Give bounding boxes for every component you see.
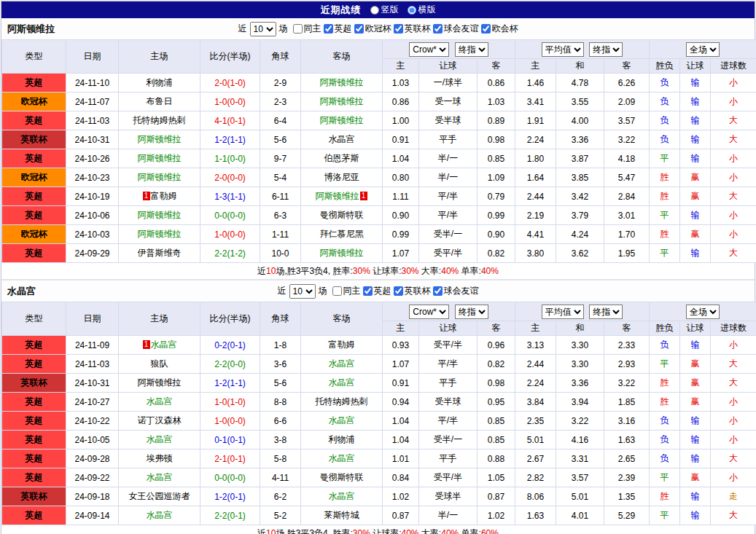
- away-team-cell: 曼彻斯特联: [301, 206, 383, 225]
- score-cell: 0-0(0-0): [200, 468, 260, 487]
- league-filter[interactable]: 球会友谊: [433, 23, 479, 35]
- avg-away-cell: 6.26: [604, 74, 650, 93]
- avg-home-cell: 2.67: [515, 449, 556, 468]
- corners-cell: 5-6: [260, 374, 301, 393]
- layout-option-horizontal[interactable]: 横版: [408, 4, 436, 16]
- average-select[interactable]: 平均值: [542, 42, 584, 57]
- horizontal-radio[interactable]: [408, 6, 416, 15]
- team-name: 阿斯顿维拉: [138, 134, 182, 144]
- odds-away-cell: 0.85: [478, 412, 515, 431]
- team-name-title: 水晶宫: [7, 280, 36, 302]
- result-wdl-cell: 平: [650, 506, 680, 525]
- league-filter[interactable]: 同主: [293, 23, 322, 35]
- league-filter-checkbox[interactable]: [394, 24, 403, 34]
- odds-away-cell: 1.02: [478, 506, 515, 525]
- result-wdl-cell: 胜: [650, 225, 680, 244]
- league-filter-checkbox[interactable]: [363, 286, 373, 296]
- league-cell: 英超: [2, 393, 66, 412]
- league-filter[interactable]: 欧冠杯: [354, 23, 391, 35]
- handicap-cell: 平/半: [419, 355, 478, 374]
- odds-away-cell: 0.89: [478, 111, 515, 130]
- league-cell: 英超: [2, 412, 66, 431]
- col-corner: 角球: [260, 302, 301, 336]
- match-row: 英超24-10-06阿斯顿维拉0-0(0-0)6-3曼彻斯特联0.90平/半0.…: [2, 206, 756, 225]
- home-team-cell: 利物浦: [119, 74, 200, 93]
- home-team-cell: 阿斯顿维拉: [119, 130, 200, 149]
- league-filter[interactable]: 英超: [324, 23, 352, 35]
- league-filter-checkbox[interactable]: [394, 286, 403, 296]
- league-filter-checkbox[interactable]: [354, 24, 364, 34]
- final-odds-select-1[interactable]: 终指: [455, 42, 488, 57]
- vertical-radio[interactable]: [370, 6, 379, 15]
- avg-away-cell: 2.33: [604, 336, 650, 355]
- bookmaker-odds-group: Crow* 终指: [383, 302, 515, 321]
- final-odds-select-1[interactable]: 终指: [455, 305, 488, 319]
- date-cell: 24-10-22: [66, 412, 119, 431]
- league-filter-checkbox[interactable]: [293, 24, 303, 34]
- league-filter-checkbox[interactable]: [433, 286, 443, 296]
- league-filter-checkbox[interactable]: [481, 24, 491, 34]
- avg-draw-cell: 3.30: [556, 355, 604, 374]
- final-odds-select-2[interactable]: 终指: [589, 42, 623, 57]
- league-cell: 英超: [2, 468, 66, 487]
- avg-home-cell: 1.80: [515, 149, 556, 168]
- league-filter-checkbox[interactable]: [324, 24, 333, 34]
- date-cell: 24-11-03: [66, 111, 119, 130]
- league-filter-label: 英联杯: [405, 285, 431, 297]
- league-filter-checkbox[interactable]: [332, 286, 342, 296]
- league-filter[interactable]: 同主: [332, 285, 361, 297]
- score-cell: 1-3(1-1): [200, 187, 260, 206]
- col-away: 客场: [301, 40, 383, 74]
- result-wdl-cell: 平: [650, 244, 680, 263]
- avg-away-cell: 3.01: [604, 206, 650, 225]
- away-team-cell: 富勒姆: [301, 336, 383, 355]
- fulltime-select[interactable]: 全场: [686, 305, 720, 319]
- score-cell: 1-0(0-0): [200, 93, 260, 111]
- result-goals-cell: 小: [711, 468, 756, 487]
- page-title: 近期战绩: [321, 4, 362, 17]
- league-filter[interactable]: 英联杯: [394, 285, 431, 297]
- league-filter[interactable]: 英超: [363, 285, 391, 297]
- odds-home-cell: 1.01: [383, 449, 419, 468]
- date-cell: 24-11-07: [66, 93, 119, 111]
- odds-home-cell: 0.87: [383, 506, 419, 525]
- home-team-cell: 女王公园巡游者: [119, 487, 200, 506]
- corners-cell: 2-3: [260, 93, 301, 111]
- odds-home-cell: 1.04: [383, 431, 419, 449]
- home-team-cell: 阿斯顿维拉: [119, 225, 200, 244]
- match-row: 英超24-10-26阿斯顿维拉1-1(0-0)9-7伯恩茅斯1.04半/一0.8…: [2, 149, 756, 168]
- avg-away-cell: 1.95: [604, 244, 650, 263]
- avg-home-cell: 1.91: [515, 111, 556, 130]
- col-score: 比分(半场): [200, 40, 260, 74]
- average-select[interactable]: 平均值: [542, 305, 584, 319]
- league-filter-label: 英超: [335, 23, 352, 35]
- layout-option-vertical[interactable]: 竖版: [370, 4, 399, 16]
- league-filter[interactable]: 英联杯: [394, 23, 431, 35]
- result-handicap-cell: 输: [680, 93, 711, 111]
- match-row: 英超24-10-27水晶宫1-0(1-0)8-8托特纳姆热刺0.94受半球0.9…: [2, 393, 756, 412]
- team-name: 阿斯顿维拉: [138, 210, 182, 220]
- result-goals-cell: 大: [711, 449, 756, 468]
- fulltime-select[interactable]: 全场: [686, 42, 720, 57]
- team-name: 水晶宫: [329, 358, 355, 369]
- result-goals-cell: 大: [711, 187, 756, 206]
- games-count-select[interactable]: 10: [289, 284, 316, 299]
- league-filter[interactable]: 球会友谊: [433, 285, 479, 297]
- games-count-select[interactable]: 10: [250, 22, 276, 36]
- summary-segment: 让球率:: [370, 265, 402, 278]
- odds-away-cell: 0.82: [478, 355, 515, 374]
- result-handicap-cell: 赢: [680, 393, 711, 412]
- final-odds-select-2[interactable]: 终指: [589, 305, 623, 319]
- league-filter[interactable]: 欧会杯: [481, 23, 518, 35]
- team-name: 诺丁汉森林: [138, 415, 182, 425]
- team-name: 阿斯顿维拉: [138, 229, 182, 239]
- bookmaker-select[interactable]: Crow*: [409, 42, 449, 57]
- summary-segment: 30%: [402, 266, 419, 276]
- col-handicap: 让球: [419, 59, 478, 74]
- bookmaker-select[interactable]: Crow*: [409, 305, 449, 319]
- league-filter-checkbox[interactable]: [433, 24, 443, 34]
- summary-segment: 40%: [481, 266, 499, 276]
- corners-cell: 10-0: [260, 244, 301, 263]
- away-team-cell: 阿斯顿维拉1: [301, 187, 383, 206]
- team-name: 水晶宫: [329, 453, 355, 463]
